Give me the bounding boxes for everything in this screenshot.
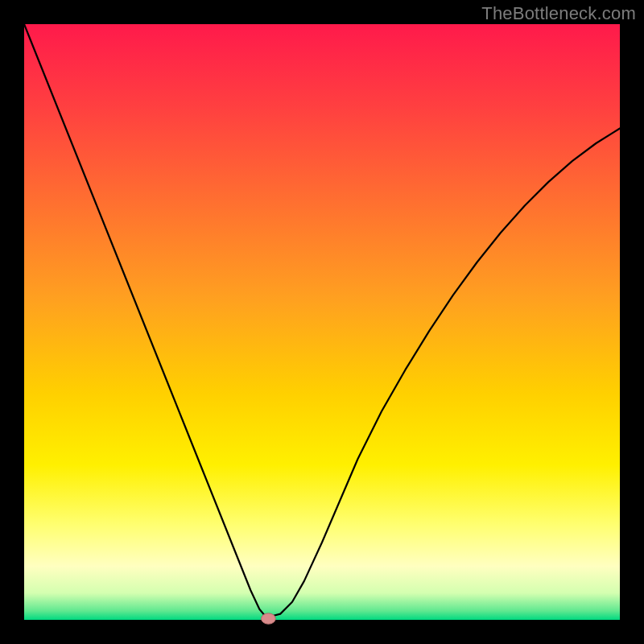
plot-background	[24, 24, 620, 620]
optimal-point-marker	[262, 613, 276, 624]
watermark-text: TheBottleneck.com	[481, 3, 636, 24]
chart-frame: TheBottleneck.com	[0, 0, 644, 644]
bottleneck-chart	[0, 0, 644, 644]
